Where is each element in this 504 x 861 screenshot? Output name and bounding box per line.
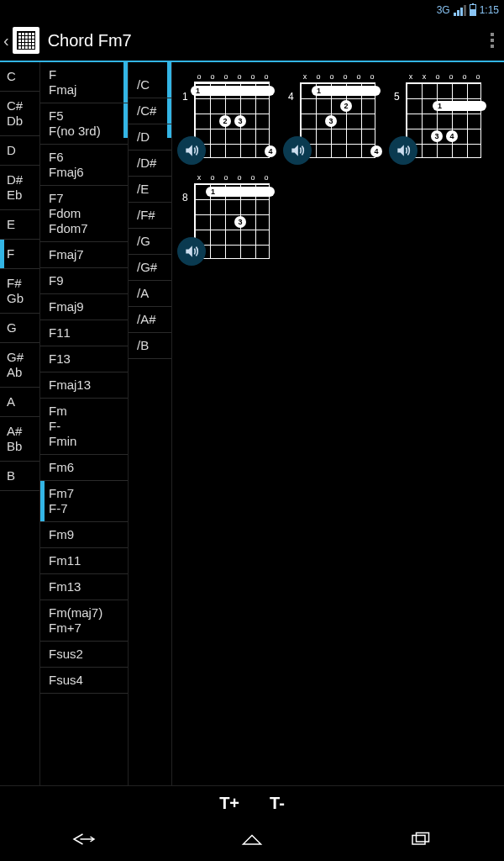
chord-type-item[interactable]: F13 [40,346,128,372]
chord-type-item[interactable]: Fmaj13 [40,372,128,399]
slash-item[interactable]: /D [129,124,171,151]
battery-icon [470,4,476,16]
chord-diagram[interactable]: xooooo41234 [283,72,382,158]
slash-item[interactable]: /E [129,177,171,203]
svg-rect-0 [412,836,425,845]
play-sound-button[interactable] [177,136,206,165]
fret-label: 5 [394,91,400,103]
fret-label: 4 [288,91,294,103]
root-item-B[interactable]: B [0,462,39,491]
chord-type-item[interactable]: Fm(maj7)Fm+7 [40,600,128,642]
fret-label: 1 [182,91,188,103]
slash-item[interactable]: /A [129,281,171,307]
chord-type-item[interactable]: Fm6 [40,455,128,481]
transpose-bar: T+ T- [0,785,504,821]
root-item-C[interactable]: C [0,62,39,92]
slash-item[interactable]: /B [129,333,171,359]
network-label: 3G [437,4,450,16]
transpose-down-button[interactable]: T- [270,794,285,813]
play-sound-button[interactable] [283,136,312,165]
play-sound-button[interactable] [177,237,206,266]
chord-type-list[interactable]: FFmajF5F(no 3rd)F6Fmaj6F7FdomFdom7Fmaj7F… [40,62,129,785]
root-item-D[interactable]: D [0,136,39,166]
root-item-G[interactable]: G [0,314,39,343]
chord-type-item[interactable]: Fm7F-7 [40,481,128,522]
slash-item[interactable]: /F# [129,203,171,229]
root-item-E[interactable]: E [0,210,39,240]
nav-recent-button[interactable] [407,829,433,853]
chord-type-item[interactable]: Fmaj7 [40,242,128,268]
fret-label: 8 [182,192,188,203]
overflow-menu-button[interactable] [484,26,501,55]
chord-type-item[interactable]: Fm11 [40,548,128,574]
content: CC#DbDD#EbEFF#GbGG#AbAA#BbB FFmajF5F(no … [0,62,504,785]
chord-type-item[interactable]: F11 [40,320,128,346]
root-item-Asharp[interactable]: A#Bb [0,417,39,462]
chord-diagram[interactable]: oooooo11324 [177,72,276,158]
root-item-Fsharp[interactable]: F#Gb [0,269,39,314]
chord-type-item[interactable]: F5F(no 3rd) [40,103,128,145]
root-item-F[interactable]: F [0,240,39,269]
play-sound-button[interactable] [389,136,417,165]
chord-type-item[interactable]: F7FdomFdom7 [40,186,128,242]
transpose-up-button[interactable]: T+ [219,794,239,813]
slash-item[interactable]: /C# [129,98,171,124]
open-string-row: xxoooo [389,72,488,82]
root-item-Csharp[interactable]: C#Db [0,92,39,136]
chord-diagram[interactable]: xooooo813 [177,173,276,259]
chord-type-item[interactable]: Fmaj9 [40,294,128,320]
chord-diagram[interactable]: xxoooo5134 [389,72,488,158]
android-nav-bar [0,821,504,861]
slash-item[interactable]: /A# [129,307,171,333]
app-icon[interactable] [13,27,39,54]
chord-type-item[interactable]: F6Fmaj6 [40,145,128,186]
open-string-row: xooooo [177,173,276,183]
svg-rect-1 [417,833,429,843]
root-item-Dsharp[interactable]: D#Eb [0,166,39,210]
open-string-row: xooooo [283,72,382,82]
chord-type-item[interactable]: Fm13 [40,574,128,600]
root-note-list[interactable]: CC#DbDD#EbEFF#GbGG#AbAA#BbB [0,62,40,785]
nav-home-button[interactable] [239,829,265,853]
chord-type-item[interactable]: FFmaj [40,62,128,103]
slash-item[interactable]: /G# [129,255,171,281]
chord-type-item[interactable]: Fsus2 [40,642,128,668]
slash-item[interactable]: /G [129,229,171,255]
clock: 1:15 [480,4,499,16]
action-bar: ‹ Chord Fm7 [0,20,504,62]
root-item-A[interactable]: A [0,388,39,417]
android-status-bar: 3G 1:15 [0,0,504,20]
slash-item[interactable]: /C [129,72,171,98]
back-button[interactable]: ‹ [3,31,13,50]
page-title: Chord Fm7 [48,31,484,50]
slash-item[interactable]: /D# [129,151,171,177]
signal-icon [454,5,466,16]
nav-back-button[interactable] [71,829,97,853]
root-item-Gsharp[interactable]: G#Ab [0,343,39,388]
chord-type-item[interactable]: F9 [40,268,128,294]
chord-diagram-panel: oooooo11324xooooo41234xxoooo5134xooooo81… [172,62,504,785]
slash-bass-list[interactable]: /C/C#/D/D#/E/F#/G/G#/A/A#/B [129,62,172,785]
chord-type-item[interactable]: FmF-Fmin [40,399,128,455]
chord-type-item[interactable]: Fm9 [40,522,128,548]
chord-type-item[interactable]: Fsus4 [40,668,128,694]
